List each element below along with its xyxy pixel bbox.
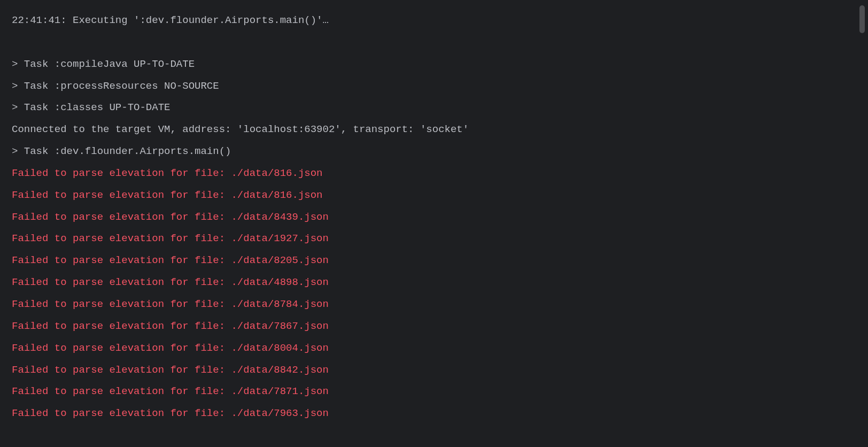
- error-line: Failed to parse elevation for file: ./da…: [12, 315, 856, 337]
- connection-line: Connected to the target VM, address: 'lo…: [12, 119, 856, 141]
- task-line: > Task :dev.flounder.Airports.main(): [12, 141, 856, 163]
- error-line: Failed to parse elevation for file: ./da…: [12, 250, 856, 272]
- error-line: Failed to parse elevation for file: ./da…: [12, 163, 856, 184]
- error-line: Failed to parse elevation for file: ./da…: [12, 206, 856, 228]
- error-line: Failed to parse elevation for file: ./da…: [12, 359, 856, 381]
- exec-line: 22:41:41: Executing ':dev.flounder.Airpo…: [12, 10, 856, 32]
- blank-line: [12, 32, 856, 53]
- error-line: Failed to parse elevation for file: ./da…: [12, 403, 856, 425]
- task-line: > Task :processResources NO-SOURCE: [12, 75, 856, 97]
- error-line: Failed to parse elevation for file: ./da…: [12, 381, 856, 403]
- error-line: Failed to parse elevation for file: ./da…: [12, 272, 856, 294]
- error-line: Failed to parse elevation for file: ./da…: [12, 184, 856, 206]
- error-line: Failed to parse elevation for file: ./da…: [12, 337, 856, 359]
- error-line: Failed to parse elevation for file: ./da…: [12, 228, 856, 250]
- task-line: > Task :classes UP-TO-DATE: [12, 97, 856, 119]
- task-line: > Task :compileJava UP-TO-DATE: [12, 53, 856, 75]
- console-output[interactable]: 22:41:41: Executing ':dev.flounder.Airpo…: [12, 10, 856, 425]
- error-line: Failed to parse elevation for file: ./da…: [12, 294, 856, 315]
- scrollbar-thumb[interactable]: [859, 5, 865, 33]
